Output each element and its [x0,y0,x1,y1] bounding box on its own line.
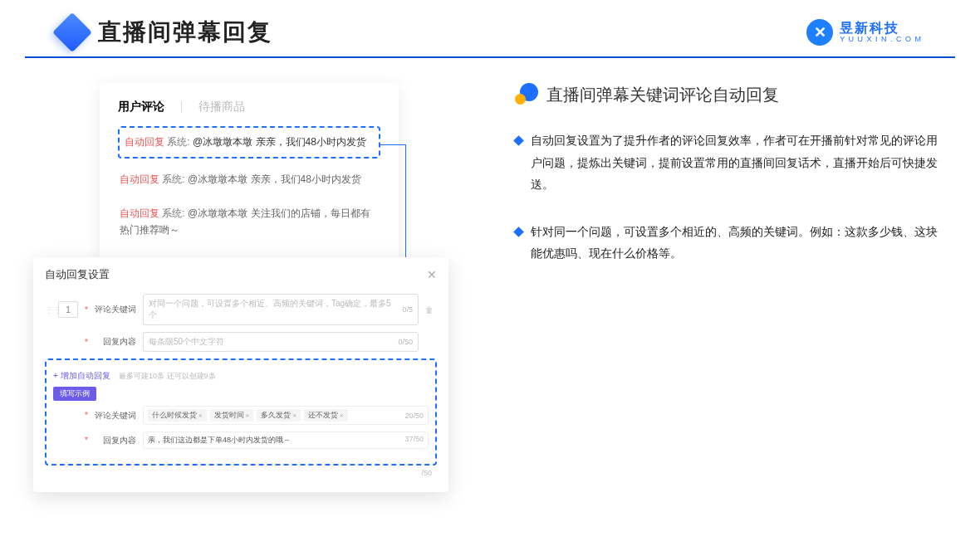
left-column: 用户评论 待播商品 自动回复 系统: @冰墩墩本墩 亲亲，我们48小时内发货 自… [33,83,465,301]
comment-row: 自动回复 系统: @冰墩墩本墩 关注我们的店铺，每日都有热门推荐哟～ [118,201,380,242]
tag-chip[interactable]: 什么时候发货× [148,409,207,422]
keyword-input[interactable]: 对同一个问题，可设置多个相近、高频的关键词，Tag确定，最多5个 0/5 [143,294,419,325]
tag-chip[interactable]: 还不发货× [304,409,348,422]
placeholder: 每条限50个中文字符 [149,336,224,348]
example-badge: 填写示例 [53,387,96,401]
header-left: 直播间弹幕回复 [58,17,272,48]
tab-divider [181,101,182,113]
right-column: 直播间弹幕关键词评论自动回复 自动回复设置为了提升作者的评论回复效率，作者可在开… [515,83,947,301]
comment-row: 自动回复 系统: @冰墩墩本墩 亲亲，我们48小时内发货 [118,167,380,193]
auto-reply-tag: 自动回复 [120,207,159,219]
page-title: 直播间弹幕回复 [98,17,272,48]
bullet-item: 针对同一个问题，可设置多个相近的、高频的关键词。例如：这款多少钱、这块能优惠吗、… [515,221,947,265]
tag-chip[interactable]: 多久发货× [257,409,301,422]
tag-chip[interactable]: 发货时间× [210,409,254,422]
comment-text: @冰墩墩本墩 亲亲，我们48小时内发货 [188,173,361,185]
brand-glyph: ✕ [814,23,826,41]
auto-reply-settings-modal: 自动回复设置 ✕ ⋮⋮ 1 * 评论关键词 对同一个问题，可设置多个相近、高频的… [33,257,448,492]
diamond-icon [513,227,524,237]
content-label: 回复内容 [95,435,136,446]
system-label: 系统: [167,136,189,148]
brand-url: Y U U X I N . C O M [840,36,922,44]
keyword-label: 评论关键词 [95,304,136,315]
add-auto-reply-link[interactable]: + 增加自动回复 [53,371,110,380]
char-count: 37/50 [404,435,424,446]
auto-reply-tag: 自动回复 [125,136,164,148]
form-row-content: * 回复内容 每条限50个中文字符 0/50 [45,332,437,352]
index-box: 1 [58,301,78,318]
example-section: + 增加自动回复 最多可建10条 还可以创建9条 填写示例 * 评论关键词 什么… [45,358,437,466]
page-header: 直播间弹幕回复 ✕ 昱新科技 Y U U X I N . C O M [25,0,955,58]
trash-icon[interactable]: 🗑 [425,305,437,315]
chat-bubble-icon [515,83,538,106]
content-label: 回复内容 [95,336,136,348]
content-filled-input[interactable]: 亲，我们这边都是下单48小时内发货的哦～ 37/50 [143,432,429,449]
char-count: 0/50 [398,338,413,346]
section-title: 直播间弹幕关键词评论自动回复 [546,84,779,106]
brand-block: ✕ 昱新科技 Y U U X I N . C O M [806,19,922,46]
bullet-item: 自动回复设置为了提升作者的评论回复效率，作者可在开播前针对常见的评论用户问题，提… [515,129,947,196]
tab-pending-goods[interactable]: 待播商品 [198,100,245,115]
auto-reply-tag: 自动回复 [120,173,159,185]
char-count: 0/5 [402,305,413,314]
section-head: 直播间弹幕关键词评论自动回复 [515,83,947,106]
required-mark: * [85,411,88,420]
required-mark: * [85,338,88,347]
trailing-count: /50 [421,469,432,477]
add-hint: 最多可建10条 还可以创建9条 [119,372,216,380]
diamond-icon [513,135,524,146]
keyword-tags-input[interactable]: 什么时候发货× 发货时间× 多久发货× 还不发货× 20/50 [143,406,429,425]
bullet-text: 自动回复设置为了提升作者的评论回复效率，作者可在开播前针对常见的评论用户问题，提… [531,129,947,196]
required-mark: * [85,436,88,445]
example-content-text: 亲，我们这边都是下单48小时内发货的哦～ [148,435,291,446]
placeholder: 对同一个问题，可设置多个相近、高频的关键词，Tag确定，最多5个 [149,298,398,321]
system-label: 系统: [162,207,184,219]
connector-line [379,144,405,145]
system-label: 系统: [162,173,184,185]
close-icon[interactable]: ✕ [427,268,437,281]
comment-row-highlight: 自动回复 系统: @冰墩墩本墩 亲亲，我们48小时内发货 [118,126,380,158]
example-content-row: * 回复内容 亲，我们这边都是下单48小时内发货的哦～ 37/50 [53,432,429,449]
brand-icon: ✕ [806,19,833,46]
example-keyword-row: * 评论关键词 什么时候发货× 发货时间× 多久发货× 还不发货× 20/50 [53,406,429,425]
content-input[interactable]: 每条限50个中文字符 0/50 [143,332,419,352]
form-row-keyword: ⋮⋮ 1 * 评论关键词 对同一个问题，可设置多个相近、高频的关键词，Tag确定… [45,294,437,325]
comment-text: @冰墩墩本墩 亲亲，我们48小时内发货 [193,136,366,148]
modal-title: 自动回复设置 [45,267,110,282]
keyword-label: 评论关键词 [95,410,136,422]
bullet-text: 针对同一个问题，可设置多个相近的、高频的关键词。例如：这款多少钱、这块能优惠吗、… [531,221,947,265]
logo-cube-icon [52,12,92,52]
comment-tabs: 用户评论 待播商品 [118,100,380,115]
char-count: 20/50 [404,412,424,420]
drag-handle-icon[interactable]: ⋮⋮ [45,305,51,315]
tab-user-comments[interactable]: 用户评论 [118,100,164,115]
brand-name: 昱新科技 [840,21,922,36]
required-mark: * [85,305,88,315]
